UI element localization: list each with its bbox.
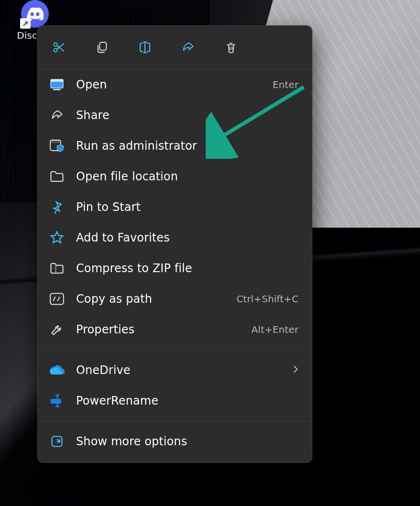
menu-item-show-more-options[interactable]: Show more options <box>38 426 312 457</box>
open-icon <box>48 76 66 93</box>
pin-icon <box>48 198 66 216</box>
menu-item-label: Compress to ZIP file <box>76 262 298 275</box>
more-options-icon <box>48 433 66 450</box>
scissors-icon <box>52 41 66 54</box>
menu-item-pin-to-start[interactable]: Pin to Start <box>38 192 312 222</box>
menu-item-share[interactable]: Share <box>38 100 312 131</box>
menu-item-label: OneDrive <box>76 363 293 377</box>
menu-item-label: Open <box>76 78 273 91</box>
svg-rect-4 <box>51 79 63 82</box>
share-button[interactable] <box>177 37 199 58</box>
menu-item-label: Pin to Start <box>76 200 298 214</box>
context-menu-toolbar <box>38 26 312 69</box>
menu-item-label: Copy as path <box>76 292 236 306</box>
menu-item-onedrive[interactable]: OneDrive <box>38 355 312 385</box>
menu-item-copy-as-path[interactable]: Copy as path Ctrl+Shift+C <box>38 284 312 314</box>
menu-item-shortcut: Ctrl+Shift+C <box>236 293 298 305</box>
delete-button[interactable] <box>221 37 242 58</box>
onedrive-icon <box>48 362 66 379</box>
menu-item-label: Add to Favorites <box>76 231 298 244</box>
trash-icon <box>225 41 237 54</box>
shield-admin-icon <box>48 137 66 154</box>
copy-icon <box>95 41 109 54</box>
menu-item-shortcut: Alt+Enter <box>252 324 298 335</box>
menu-separator <box>38 350 312 350</box>
menu-item-label: Show more options <box>76 435 298 448</box>
svg-rect-5 <box>53 89 61 90</box>
menu-item-run-as-administrator[interactable]: Run as administrator <box>38 131 312 161</box>
shortcut-overlay-icon: ↗ <box>20 18 31 29</box>
menu-item-open[interactable]: Open Enter <box>38 69 312 100</box>
menu-item-label: Run as administrator <box>76 139 298 153</box>
copy-button[interactable] <box>91 37 112 58</box>
menu-item-label: Open file location <box>76 170 298 183</box>
svg-rect-9 <box>51 399 61 404</box>
svg-rect-2 <box>99 43 106 50</box>
svg-rect-10 <box>52 437 62 447</box>
share-icon <box>48 107 66 124</box>
menu-item-compress-zip[interactable]: Compress to ZIP file <box>38 253 312 284</box>
menu-item-properties[interactable]: Properties Alt+Enter <box>38 314 312 345</box>
wrench-icon <box>48 321 66 338</box>
rename-icon <box>138 40 152 55</box>
menu-item-label: Share <box>76 109 298 122</box>
cut-button[interactable] <box>48 37 69 58</box>
chevron-right-icon <box>293 364 298 376</box>
svg-rect-8 <box>50 293 64 304</box>
rename-button[interactable] <box>134 37 155 58</box>
svg-rect-7 <box>50 140 61 143</box>
menu-item-open-file-location[interactable]: Open file location <box>38 161 312 192</box>
menu-separator <box>38 421 312 421</box>
star-icon <box>48 229 66 246</box>
discord-icon: ↗ <box>21 0 49 28</box>
context-menu: Open Enter Share Run as administrator Op… <box>37 25 312 463</box>
menu-item-add-to-favorites[interactable]: Add to Favorites <box>38 222 312 253</box>
menu-item-label: Properties <box>76 323 252 336</box>
menu-item-shortcut: Enter <box>273 79 298 90</box>
menu-item-powerrename[interactable]: PowerRename <box>38 385 312 416</box>
zip-folder-icon <box>48 260 66 277</box>
share-arrow-icon <box>181 41 195 54</box>
powerrename-icon <box>48 392 66 409</box>
menu-item-label: PowerRename <box>76 394 298 407</box>
copy-path-icon <box>48 290 66 308</box>
folder-icon <box>48 168 66 185</box>
